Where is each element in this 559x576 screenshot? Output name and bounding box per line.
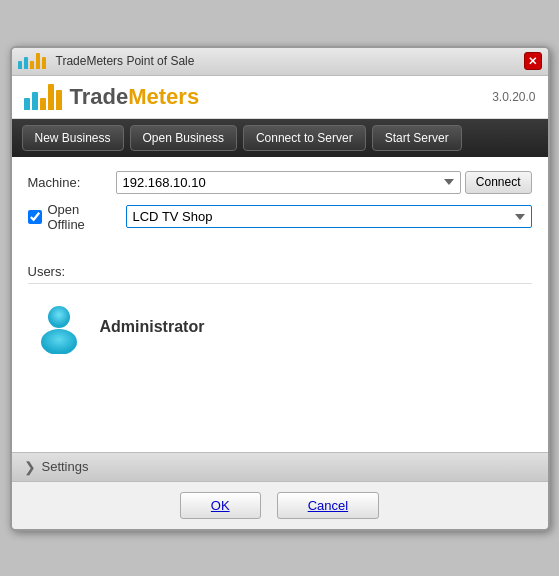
footer: OK Cancel — [12, 482, 548, 529]
titlebar: TradeMeters Point of Sale ✕ — [12, 48, 548, 76]
title-logo-icon — [18, 53, 46, 69]
logo-trade: Trade — [70, 84, 129, 109]
main-window: TradeMeters Point of Sale ✕ TradeMeters … — [10, 46, 550, 531]
user-avatar-icon — [32, 300, 86, 354]
titlebar-left: TradeMeters Point of Sale — [18, 53, 195, 69]
users-section: Users: — [12, 254, 548, 372]
open-offline-row: Open Offline LCD TV Shop — [28, 202, 532, 232]
connect-to-server-button[interactable]: Connect to Server — [243, 125, 366, 151]
ok-button[interactable]: OK — [180, 492, 261, 519]
toolbar: New Business Open Business Connect to Se… — [12, 119, 548, 157]
settings-bar[interactable]: ❯ Settings — [12, 452, 548, 482]
avatar — [32, 300, 86, 354]
machine-row: Machine: 192.168.10.10 Connect — [28, 171, 532, 194]
machine-label: Machine: — [28, 175, 108, 190]
logo-bar: TradeMeters 3.0.20.0 — [12, 76, 548, 119]
machine-input-group: 192.168.10.10 Connect — [116, 171, 532, 194]
open-offline-checkbox[interactable] — [28, 210, 42, 224]
machine-select[interactable]: 192.168.10.10 — [116, 171, 461, 194]
version-label: 3.0.20.0 — [492, 90, 535, 104]
chevron-down-icon: ❯ — [24, 459, 36, 475]
users-label: Users: — [28, 264, 532, 284]
svg-point-0 — [48, 306, 70, 328]
start-server-button[interactable]: Start Server — [372, 125, 462, 151]
settings-label: Settings — [42, 459, 89, 474]
logo-meters: Meters — [128, 84, 199, 109]
connect-button[interactable]: Connect — [465, 171, 532, 194]
cancel-button[interactable]: Cancel — [277, 492, 379, 519]
new-business-button[interactable]: New Business — [22, 125, 124, 151]
svg-point-1 — [41, 329, 77, 354]
close-button[interactable]: ✕ — [524, 52, 542, 70]
user-item[interactable]: Administrator — [28, 292, 532, 362]
logo-bars-icon — [24, 84, 62, 110]
open-offline-label: Open Offline — [48, 202, 120, 232]
logo: TradeMeters — [24, 84, 200, 110]
open-business-button[interactable]: Open Business — [130, 125, 237, 151]
spacer — [12, 372, 548, 452]
content-area: Machine: 192.168.10.10 Connect Open Offl… — [12, 157, 548, 254]
logo-text: TradeMeters — [70, 84, 200, 110]
titlebar-title: TradeMeters Point of Sale — [56, 54, 195, 68]
shop-select[interactable]: LCD TV Shop — [126, 205, 532, 228]
user-name: Administrator — [100, 318, 205, 336]
